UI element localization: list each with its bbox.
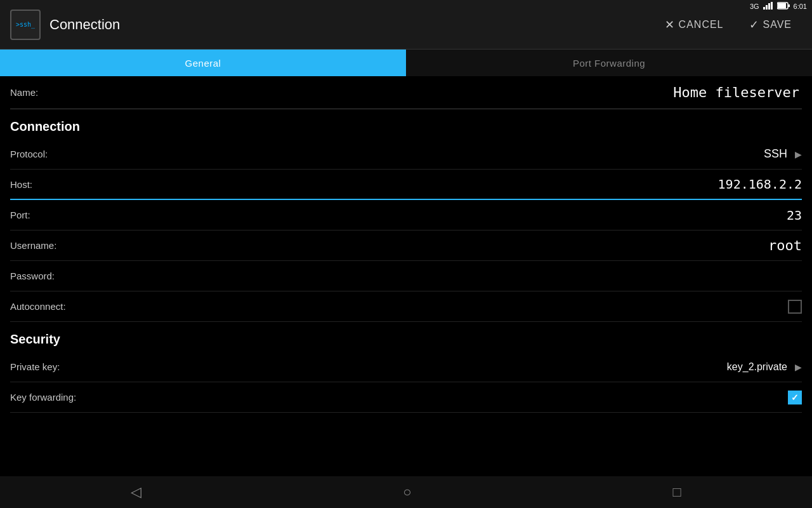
connection-heading: Connection (10, 109, 802, 139)
protocol-dropdown-arrow: ▶ (795, 149, 802, 159)
port-input[interactable] (112, 208, 802, 223)
nav-bar: ◁ ○ □ (0, 476, 812, 508)
protocol-row: Protocol: SSH ▶ (10, 139, 802, 170)
private-key-dropdown-arrow: ▶ (795, 362, 802, 372)
save-button[interactable]: ✓ SAVE (739, 13, 802, 37)
svg-rect-3 (771, 2, 773, 10)
tab-port-forwarding[interactable]: Port Forwarding (406, 50, 812, 76)
protocol-label: Protocol: (10, 149, 112, 159)
username-input[interactable] (112, 237, 802, 253)
tab-general[interactable]: General (0, 50, 406, 76)
host-input[interactable] (112, 177, 802, 192)
private-key-label: Private key: (10, 361, 112, 372)
save-icon: ✓ (749, 18, 759, 32)
protocol-value: SSH (112, 147, 790, 161)
cancel-button[interactable]: ✕ CANCEL (655, 13, 734, 37)
back-icon: ◁ (131, 484, 141, 500)
password-input[interactable] (112, 269, 802, 283)
name-value: Home fileserver (112, 84, 802, 100)
port-label: Port: (10, 210, 112, 220)
status-bar: 3G 6:01 (750, 0, 812, 13)
autoconnect-checkbox[interactable] (788, 300, 802, 314)
home-button[interactable]: ○ (377, 479, 436, 505)
name-label: Name: (10, 87, 112, 98)
signal-indicator: 3G (750, 3, 759, 10)
name-row: Name: Home fileserver (10, 76, 802, 109)
tab-bar: General Port Forwarding (0, 50, 812, 76)
private-key-field[interactable]: key_2.private ▶ (112, 361, 802, 373)
username-row: Username: (10, 231, 802, 261)
autoconnect-label: Autoconnect: (10, 301, 112, 312)
key-forwarding-label: Key forwarding: (10, 392, 112, 403)
svg-rect-0 (763, 7, 765, 10)
svg-rect-5 (788, 4, 790, 7)
toolbar-title: Connection (49, 17, 655, 33)
recent-apps-button[interactable]: □ (648, 479, 707, 505)
toolbar: >ssh_ Connection ✕ CANCEL ✓ SAVE (0, 0, 812, 50)
recent-icon: □ (673, 484, 681, 500)
protocol-field[interactable]: SSH ▶ (112, 147, 802, 161)
svg-rect-1 (766, 5, 768, 10)
cancel-icon: ✕ (665, 18, 675, 32)
autoconnect-row: Autoconnect: (10, 291, 802, 322)
host-row: Host: (10, 170, 802, 200)
toolbar-actions: ✕ CANCEL ✓ SAVE (655, 13, 802, 37)
svg-rect-6 (778, 3, 786, 8)
security-heading: Security (10, 322, 802, 352)
private-key-value: key_2.private (112, 361, 790, 373)
private-key-row: Private key: key_2.private ▶ (10, 352, 802, 382)
app-icon: >ssh_ (10, 10, 41, 40)
time-display: 6:01 (794, 3, 807, 10)
password-label: Password: (10, 271, 112, 281)
back-button[interactable]: ◁ (105, 479, 167, 505)
key-forwarding-row: Key forwarding: (10, 382, 802, 413)
content-area: Name: Home fileserver Connection Protoco… (0, 76, 812, 476)
home-icon: ○ (403, 484, 411, 500)
svg-rect-2 (768, 3, 770, 10)
signal-bars (763, 2, 773, 11)
port-row: Port: (10, 200, 802, 231)
key-forwarding-checkbox[interactable] (788, 391, 802, 404)
host-label: Host: (10, 179, 112, 190)
password-row: Password: (10, 261, 802, 291)
username-label: Username: (10, 240, 112, 251)
battery-icon (777, 2, 790, 11)
